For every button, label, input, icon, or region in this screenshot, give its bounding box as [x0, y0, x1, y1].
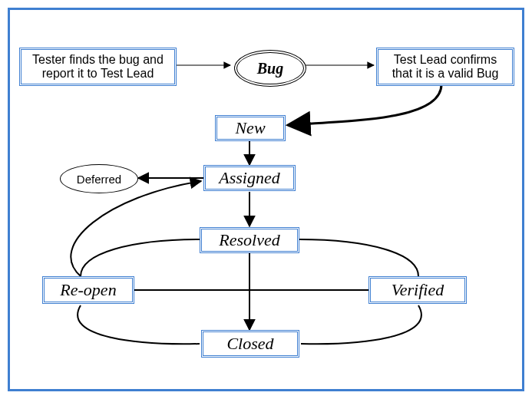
- state-new: New: [215, 115, 286, 141]
- diagram-canvas: Tester finds the bug and report it to Te…: [0, 0, 532, 399]
- tester-box: Tester finds the bug and report it to Te…: [19, 48, 177, 86]
- state-deferred: Deferred: [60, 164, 138, 193]
- state-assigned: Assigned: [203, 165, 296, 191]
- state-verified: Verified: [368, 276, 467, 304]
- state-closed: Closed: [201, 330, 299, 358]
- bug-node: Bug: [234, 50, 306, 87]
- lead-box: Test Lead confirms that it is a valid Bu…: [376, 48, 514, 86]
- state-reopen: Re-open: [42, 276, 134, 304]
- state-resolved: Resolved: [200, 227, 299, 253]
